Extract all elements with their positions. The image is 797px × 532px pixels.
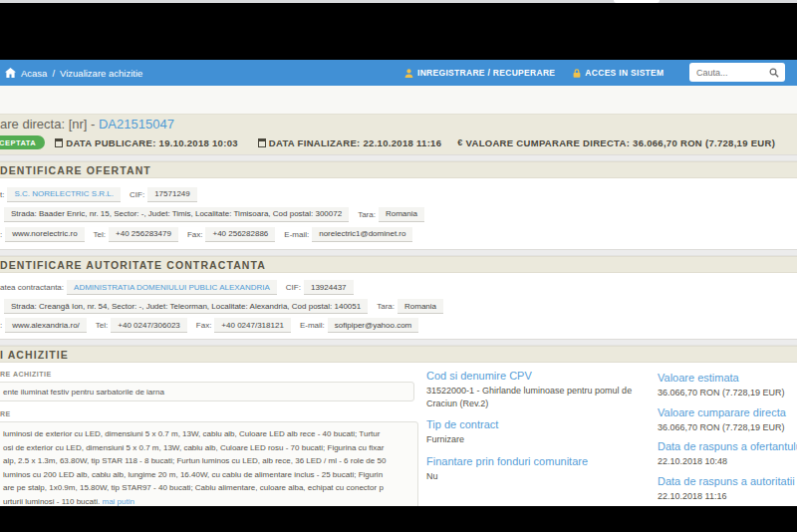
breadcrumb-current-page: Vizualizare achizitie	[60, 68, 142, 79]
acquisition-number: DA21515047	[99, 117, 174, 132]
search-box	[689, 63, 785, 82]
contract-type-label: Tip de contract	[426, 418, 648, 431]
autoritate-cif-field: 13924437	[304, 280, 354, 295]
ofertant-cif-label: CIF:	[130, 190, 144, 199]
direct-purchase-value: 36.066,70 RON (7.728,19 EUR)	[658, 421, 797, 434]
cpv-label: Cod si denumire CPV	[426, 370, 648, 383]
register-link[interactable]: INREGISTRARE / RECUPERARE	[404, 68, 555, 78]
direct-purchase-value-block: Valoare cumparare directa 36.066,70 RON …	[658, 406, 797, 434]
title-band: are directa: [nr] - DA21515047 CEPTATA D…	[0, 114, 797, 154]
ofertant-address-field: Strada: Baader Enric, nr. 15, Sector: -,…	[4, 207, 349, 222]
ofertant-email-field: norelectric1@dominet.ro	[312, 227, 412, 242]
achizitie-details: RE ACHIZITIE ente iluminat festiv pentru…	[0, 363, 797, 515]
letterbox-bottom	[0, 506, 797, 532]
authority-response-date: 22.10.2018 11:16	[658, 490, 797, 503]
ofertant-name-row: t: S.C. NORELECTRIC S.R.L. CIF: 17571249	[0, 184, 797, 204]
estimated-value: 36.066,70 RON (7.728,19 EUR)	[658, 387, 797, 399]
estimated-value-label: Valoare estimata	[658, 372, 797, 385]
section-header-ofertant: DENTIFICARE OFERTANT	[0, 161, 797, 178]
offerer-response-label: Data de raspuns a ofertantului	[658, 440, 797, 453]
autoritate-name-link[interactable]: ADMINISTRATIA DOMENIULUI PUBLIC ALEXANDR…	[74, 283, 270, 292]
search-input[interactable]	[689, 68, 767, 78]
autoritate-cif-label: CIF:	[286, 283, 301, 292]
autoritate-panel: atea contractanta: ADMINISTRATIA DOMENIU…	[0, 273, 797, 339]
browser-top-strip	[0, 0, 797, 3]
cpv-block: Cod si denumire CPV 31522000-1 - Ghirlan…	[426, 370, 648, 409]
access-link[interactable]: ACCES IN SISTEM	[573, 68, 664, 78]
ofertant-tel-label: Tel:	[94, 230, 106, 239]
breadcrumb-separator: /	[52, 68, 55, 79]
section-divider	[0, 339, 797, 346]
descriere-line: are pe stalp, 1x0.9m, 15.80W, tip STAR97…	[3, 481, 409, 495]
descriere-line: alp, 2.5 x 1.3m, 63.80W, tip STAR 118 - …	[3, 454, 409, 468]
autoritate-fax-field: +40 0247/318121	[214, 318, 291, 333]
ofertant-country-label: Tara:	[358, 210, 376, 219]
direct-value-amount: 36.066,70 RON (7.728,19 EUR)	[633, 137, 775, 148]
show-less-link[interactable]: mai putin	[102, 497, 133, 506]
offerer-response-date: 22.10.2018 10:48	[658, 455, 797, 468]
section-divider	[0, 154, 797, 161]
descriere-label: RE	[0, 410, 418, 417]
publish-date-value: 19.10.2018 10:03	[159, 137, 238, 148]
ofertant-web-label: :	[0, 230, 2, 239]
finalize-date-label: DATA FINALIZARE:	[269, 137, 361, 148]
autoritate-name-row: atea contractanta: ADMINISTRATIA DOMENIU…	[0, 278, 797, 297]
funding-block: Finantare prin fonduri comunitare Nu	[426, 455, 648, 483]
authority-response-block: Data de raspuns a autoritatii contract 2…	[658, 475, 797, 503]
offerer-response-block: Data de raspuns a ofertantului 22.10.201…	[658, 440, 797, 468]
section-header-achizitie: I ACHIZITIE	[0, 346, 797, 363]
ofertant-country-field: Romania	[379, 207, 424, 222]
autoritate-email-label: E-mail:	[300, 321, 325, 330]
autoritate-contact-row: : www.alexandria.ro/ Tel: +40 0247/30602…	[0, 316, 797, 335]
funding-value: Nu	[426, 470, 648, 483]
ofertant-email-label: E-mail:	[284, 230, 309, 239]
funding-label: Finantare prin fonduri comunitare	[426, 455, 648, 468]
autoritate-country-label: Tara:	[377, 302, 395, 311]
nav-bar: Acasa / Vizualizare achizitie INREGISTRA…	[0, 60, 797, 86]
section-header-autoritate: DENTIFICARE AUTORITATE CONTRACTANTA	[0, 256, 797, 273]
details-left-column: RE ACHIZITIE ente iluminat festiv pentru…	[0, 368, 418, 515]
details-right-column: Valoare estimata 36.066,70 RON (7.728,19…	[658, 368, 797, 515]
screenshot-root: Acasa / Vizualizare achizitie INREGISTRA…	[0, 0, 797, 532]
direct-purchase-value-label: Valoare cumparare directa	[658, 406, 797, 419]
breadcrumb: Acasa / Vizualizare achizitie	[0, 68, 142, 79]
publish-date-label: DATA PUBLICARE:	[66, 137, 155, 148]
ofertant-name-link[interactable]: S.C. NORELECTRIC S.R.L.	[14, 189, 114, 198]
autoritate-tel-field: +40 0247/306023	[111, 318, 187, 333]
euro-icon: €	[457, 137, 462, 147]
breadcrumb-home-link[interactable]: Acasa	[21, 68, 47, 79]
denumire-field: ente iluminat festiv pentru sarbatorile …	[0, 382, 414, 401]
details-middle-column: Cod si denumire CPV 31522000-1 - Ghirlan…	[426, 368, 648, 515]
ofertant-panel: t: S.C. NORELECTRIC S.R.L. CIF: 17571249…	[0, 178, 797, 249]
contract-type-block: Tip de contract Furnizare	[426, 418, 648, 446]
calendar-icon	[258, 138, 266, 147]
page-background-spacer	[0, 86, 797, 114]
search-icon[interactable]	[767, 68, 785, 78]
title-prefix: are directa: [nr] -	[0, 117, 99, 132]
ofertant-web-field: www.norelectric.ro	[5, 227, 84, 242]
autoritate-fax-label: Fax:	[196, 321, 212, 330]
descriere-line: luminos cu 200 LED alb, cablu alb, lungi…	[3, 468, 409, 482]
autoritate-name-field: ADMINISTRATIA DOMENIULUI PUBLIC ALEXANDR…	[67, 280, 277, 295]
status-row: CEPTATA DATA PUBLICARE: 19.10.2018 10:03…	[0, 135, 797, 149]
autoritate-name-label: atea contractanta:	[0, 283, 64, 292]
estimated-value-block: Valoare estimata 36.066,70 RON (7.728,19…	[658, 372, 797, 399]
ofertant-name-label: t:	[0, 190, 4, 199]
ofertant-contact-row: : www.norelectric.ro Tel: +40 256283479 …	[0, 224, 797, 244]
ofertant-name-field: S.C. NORELECTRIC S.R.L.	[7, 187, 121, 202]
denumire-label: RE ACHIZITIE	[0, 371, 418, 378]
browser-tab-notch	[614, 0, 660, 3]
autoritate-tel-label: Tel:	[96, 321, 108, 330]
cpv-value: 31522000-1 - Ghirlande luminoase pentru …	[426, 385, 648, 409]
ofertant-fax-field: +40 256282886	[205, 227, 275, 242]
autoritate-web-label: :	[0, 321, 2, 330]
direct-value-label: VALOARE CUMPARARE DIRECTA:	[466, 137, 631, 148]
authority-response-label: Data de raspuns a autoritatii contract	[658, 475, 797, 488]
ofertant-cif-field: 17571249	[147, 187, 197, 202]
descriere-line: osi de exterior cu LED, dimensiuni 5 x 0…	[3, 441, 409, 455]
letterbox-top	[0, 3, 797, 60]
direct-value-item: € VALOARE CUMPARARE DIRECTA: 36.066,70 R…	[457, 137, 775, 148]
autoritate-country-field: Romania	[398, 299, 443, 314]
user-icon	[404, 69, 413, 78]
ofertant-fax-label: Fax:	[187, 230, 203, 239]
